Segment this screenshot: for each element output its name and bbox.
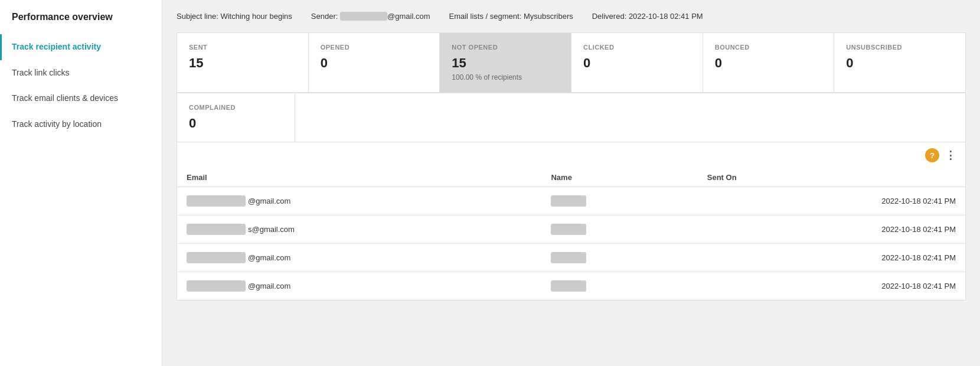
cell-sent-on: 2022-10-18 02:41 PM [698,244,965,272]
help-icon[interactable]: ? [925,148,939,162]
col-name: Name [541,168,697,187]
subject-info: Subject line: Witching hour begins [177,12,292,21]
table-row: s@gmail.com 2022-10-18 02:41 PM [177,215,965,244]
cell-email: s@gmail.com [177,215,541,244]
recipients-table: Email Name Sent On @gmail.com 2022-10-18… [177,168,965,300]
cell-email: @gmail.com [177,187,541,215]
table-section: ? ⋮ Email Name Sent On @gmail.com 2022-1… [177,142,966,300]
sidebar: Performance overview Track recipient act… [0,0,162,366]
col-email: Email [177,168,541,187]
header-bar: Subject line: Witching hour begins Sende… [177,12,966,21]
stat-bounced: BOUNCED 0 [703,33,835,93]
cell-name [541,272,697,300]
cell-sent-on: 2022-10-18 02:41 PM [698,215,965,244]
stat-unsubscribed: UNSUBSCRIBED 0 [834,33,965,93]
cell-email: @gmail.com [177,272,541,300]
lists-info: Email lists / segment: Mysubscribers [449,12,573,21]
sidebar-item-track-location[interactable]: Track activity by location [0,112,162,138]
sidebar-title: Performance overview [0,12,162,34]
cell-name [541,244,697,272]
table-toolbar: ? ⋮ [177,142,965,168]
sidebar-item-track-links[interactable]: Track link clicks [0,60,162,86]
sidebar-item-track-email-clients[interactable]: Track email clients & devices [0,86,162,112]
stats-grid: SENT 15 OPENED 0 NOT OPENED 15 100.00 % … [177,32,966,93]
table-row: @gmail.com 2022-10-18 02:41 PM [177,187,965,215]
stat-opened: OPENED 0 [309,33,440,93]
stat-placeholder [295,93,965,142]
stat-sent: SENT 15 [177,33,309,93]
cell-name [541,215,697,244]
col-sent-on: Sent On [698,168,965,187]
delivered-info: Delivered: 2022-10-18 02:41 PM [592,12,703,21]
stat-clicked: CLICKED 0 [571,33,703,93]
stat-complained: COMPLAINED 0 [177,93,295,142]
sender-info: Sender: @gmail.com [311,12,430,21]
main-content: Subject line: Witching hour begins Sende… [162,0,980,366]
stat-not-opened: NOT OPENED 15 100.00 % of recipients [440,33,571,93]
stats-row-2: COMPLAINED 0 [177,93,966,142]
table-row: @gmail.com 2022-10-18 02:41 PM [177,244,965,272]
table-row: @gmail.com 2022-10-18 02:41 PM [177,272,965,300]
more-options-icon[interactable]: ⋮ [945,149,956,162]
cell-sent-on: 2022-10-18 02:41 PM [698,187,965,215]
cell-name [541,187,697,215]
cell-sent-on: 2022-10-18 02:41 PM [698,272,965,300]
cell-email: @gmail.com [177,244,541,272]
sidebar-item-track-recipient[interactable]: Track recipient activity [0,34,162,60]
